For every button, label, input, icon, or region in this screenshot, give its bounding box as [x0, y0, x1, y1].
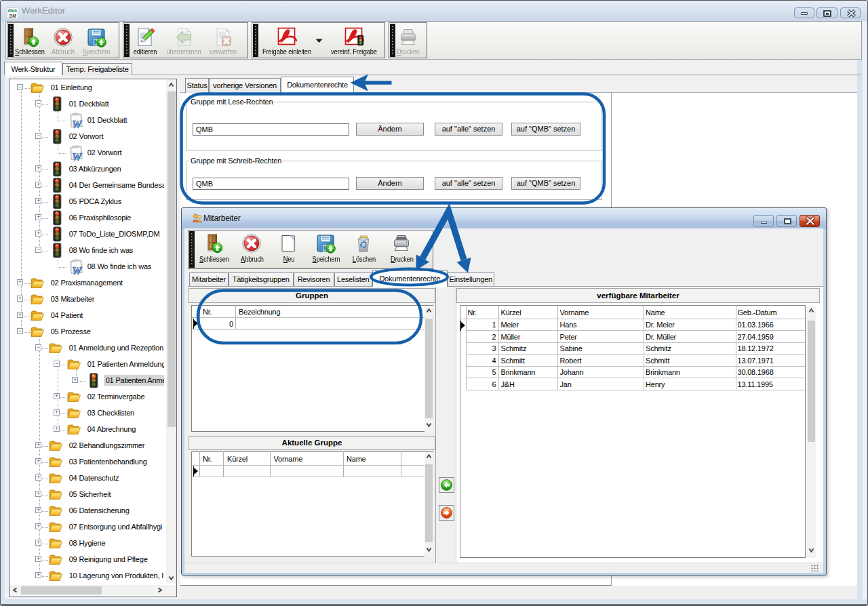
svg-text:W: W [72, 265, 83, 276]
svg-text:W: W [72, 151, 83, 162]
svg-text:W: W [72, 119, 83, 129]
